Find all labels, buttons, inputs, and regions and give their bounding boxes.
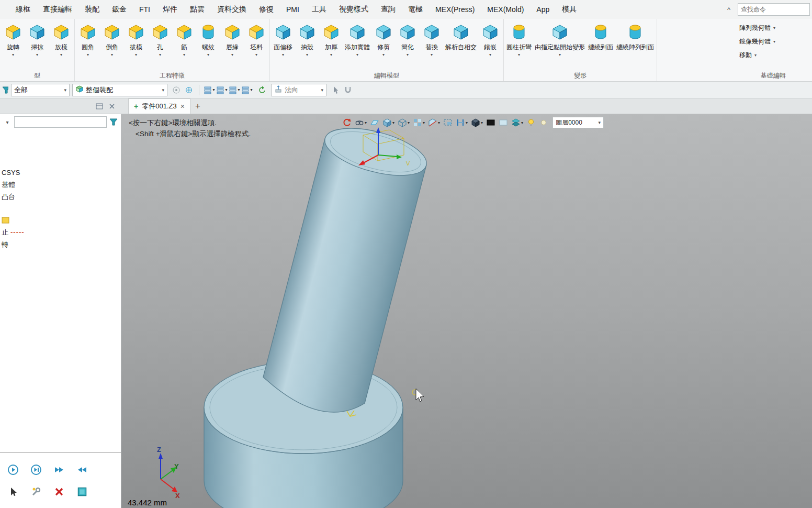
ribbon-tool-button[interactable]: 纏繞到面: [587, 21, 615, 58]
fast-forward-icon[interactable]: [48, 461, 70, 478]
chevron-down-icon[interactable]: ▾: [255, 52, 257, 58]
ribbon-tool-button[interactable]: 圓角▾: [76, 21, 100, 58]
chevron-down-icon[interactable]: ▾: [282, 52, 284, 58]
funnel-filter-icon[interactable]: [108, 117, 119, 127]
ribbon-tool-button[interactable]: 解析自相交: [444, 21, 478, 58]
menu-item[interactable]: 直接編輯: [37, 0, 78, 19]
chevron-down-icon[interactable]: ▾: [183, 52, 185, 58]
ribbon-tool-button[interactable]: 移動▾: [737, 48, 810, 62]
chevron-down-icon[interactable]: ▾: [231, 52, 233, 58]
menu-item[interactable]: 修復: [253, 0, 280, 19]
visual-style-icon[interactable]: ▾: [354, 116, 368, 129]
ribbon-tool-button[interactable]: 坯料▾: [244, 21, 268, 58]
chevron-down-icon[interactable]: ▾: [559, 52, 561, 58]
section-view-icon[interactable]: ▾: [427, 116, 441, 129]
chevron-down-icon[interactable]: ▾: [330, 52, 332, 58]
undo-view-icon[interactable]: [341, 116, 353, 129]
layer-dropdown[interactable]: 圖層0000▾: [552, 117, 604, 128]
menu-item[interactable]: 線框: [9, 0, 37, 19]
menu-item[interactable]: PMI: [280, 0, 306, 19]
chevron-down-icon[interactable]: ▾: [773, 39, 775, 44]
point-light-icon[interactable]: [538, 116, 549, 129]
color-swatch-icon[interactable]: [71, 483, 93, 500]
ribbon-tool-button[interactable]: 面偏移▾: [271, 21, 295, 58]
tree-item[interactable]: [2, 214, 121, 226]
menu-item[interactable]: MEX(Press): [429, 0, 481, 19]
menu-item[interactable]: 鈑金: [106, 0, 133, 19]
snap-magnet-icon[interactable]: [342, 84, 354, 96]
ribbon-tool-button[interactable]: 修剪▾: [371, 21, 396, 58]
model-3d-scene[interactable]: V Z Y X: [121, 114, 812, 508]
plane-display-icon[interactable]: [369, 116, 380, 129]
filter-row-icon[interactable]: ▾: [228, 84, 241, 96]
chevron-down-icon[interactable]: ▾: [36, 52, 38, 58]
delete-red-icon[interactable]: [48, 483, 70, 500]
panel-close-icon[interactable]: [106, 100, 118, 113]
menu-item[interactable]: 資料交換: [211, 0, 253, 19]
normal-direction-dropdown[interactable]: 法向 ▾: [271, 84, 326, 96]
chevron-down-icon[interactable]: ▾: [135, 52, 137, 58]
ribbon-tool-button[interactable]: 螺紋▾: [196, 21, 220, 58]
panel-minimize-icon[interactable]: [93, 100, 106, 113]
entity-filter-dropdown[interactable]: 全部 ▾: [11, 84, 70, 96]
background-dark-icon[interactable]: [485, 116, 497, 129]
menu-item[interactable]: App: [530, 0, 556, 19]
rewind-icon[interactable]: [71, 461, 93, 478]
regen-tool-icon[interactable]: [25, 483, 47, 500]
filter-table-icon[interactable]: ▾: [216, 84, 228, 96]
tree-item[interactable]: 轉: [2, 238, 121, 250]
replay-start-icon[interactable]: [2, 461, 24, 478]
chevron-down-icon[interactable]: ▾: [407, 52, 409, 58]
ribbon-tool-button[interactable]: 陣列幾何體▾: [737, 21, 810, 35]
ribbon-tool-button[interactable]: 孔▾: [148, 21, 172, 58]
tree-filter-input[interactable]: [14, 116, 107, 128]
ribbon-tool-button[interactable]: 掃掠▾: [25, 21, 49, 58]
ribbon-tool-button[interactable]: 纏繞陣列到面: [615, 21, 656, 58]
menu-item[interactable]: 裝配: [78, 0, 106, 19]
menu-item[interactable]: FTI: [133, 0, 156, 19]
ribbon-tool-button[interactable]: 圓柱折彎▾: [505, 21, 533, 58]
rotate-view-icon[interactable]: [256, 84, 268, 96]
chevron-down-icon[interactable]: ▾: [356, 52, 358, 58]
menu-item[interactable]: 模具: [556, 0, 583, 19]
tree-item[interactable]: 凸台: [2, 191, 121, 203]
tree-item[interactable]: CSYS: [2, 167, 121, 179]
ribbon-tool-button[interactable]: 拔模▾: [124, 21, 148, 58]
ribbon-tool-button[interactable]: 鑲嵌▾: [478, 21, 502, 58]
replay-to-end-icon[interactable]: [25, 461, 47, 478]
chevron-down-icon[interactable]: ▾: [382, 52, 385, 58]
menu-item[interactable]: MEX(Mold): [481, 0, 530, 19]
menu-item[interactable]: 查詢: [375, 0, 402, 19]
ribbon-tool-button[interactable]: 加厚▾: [319, 21, 343, 58]
chevron-down-icon[interactable]: ▾: [60, 52, 62, 58]
clipped-filter-icon[interactable]: [2, 86, 8, 94]
render-mode-icon[interactable]: ▾: [470, 116, 484, 129]
tree-item[interactable]: 止-----: [2, 226, 121, 238]
chevron-down-icon[interactable]: ▾: [754, 53, 757, 58]
menu-item[interactable]: 焊件: [156, 0, 184, 19]
document-tab[interactable]: + 零件001.Z3 ×: [128, 98, 190, 114]
ribbon-tool-button[interactable]: 添加實體▾: [343, 21, 371, 58]
menu-item[interactable]: 視覺樣式: [333, 0, 375, 19]
ribbon-tool-button[interactable]: 簡化▾: [396, 21, 420, 58]
command-search-input[interactable]: [741, 6, 807, 13]
ribbon-tool-button[interactable]: 抽殼▾: [295, 21, 319, 58]
chevron-down-icon[interactable]: ▾: [159, 52, 161, 58]
menu-item[interactable]: 工具: [306, 0, 333, 19]
layers-icon[interactable]: ▾: [510, 116, 524, 129]
filter-list-icon[interactable]: ▾: [203, 84, 216, 96]
ribbon-tool-button[interactable]: 放樣▾: [49, 21, 73, 58]
chevron-down-icon[interactable]: ▾: [306, 52, 308, 58]
chevron-down-icon[interactable]: ▾: [431, 52, 433, 58]
chevron-down-icon[interactable]: ▾: [773, 26, 775, 30]
assembly-scope-dropdown[interactable]: 整個裝配 ▾: [72, 84, 167, 96]
filter-flag-icon[interactable]: ▾: [241, 84, 253, 96]
ribbon-tool-button[interactable]: 替換▾: [420, 21, 444, 58]
ribbon-tool-button[interactable]: 筋▾: [172, 21, 196, 58]
reproject-icon[interactable]: [183, 84, 195, 96]
chevron-down-icon[interactable]: ▾: [518, 52, 520, 58]
menu-item[interactable]: 電極: [402, 0, 429, 19]
ribbon-tool-button[interactable]: 鏡像幾何體▾: [737, 35, 810, 48]
cursor-select-icon[interactable]: [329, 84, 342, 96]
bulb-icon[interactable]: [525, 116, 537, 129]
